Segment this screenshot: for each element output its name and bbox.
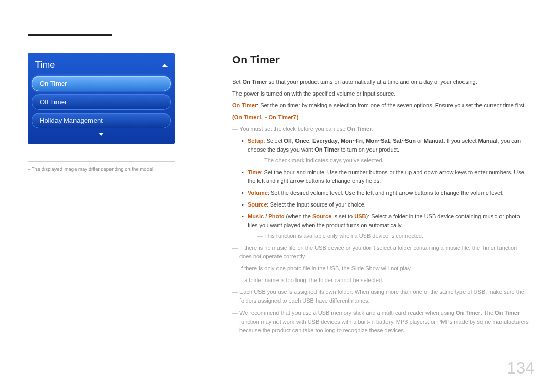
- timer-range-label: (On Timer1 ~ On Timer7): [232, 113, 530, 122]
- image-disclaimer: – The displayed image may differ dependi…: [28, 166, 175, 172]
- bullet-setup: Setup: Select Off, Once, Everyday, Mon~F…: [242, 137, 530, 165]
- menu-title: Time: [35, 60, 55, 70]
- footer-note-3: Each USB you use is assigned its own fol…: [232, 288, 530, 305]
- note-dash: –: [28, 166, 32, 172]
- content-column: On Timer Set On Timer so that your produ…: [232, 51, 530, 338]
- menu-item-label: On Timer: [40, 80, 67, 87]
- footer-note-0: If there is no music file on the USB dev…: [232, 244, 530, 261]
- bullet-time: Time: Set the hour and minute. Use the n…: [242, 168, 530, 185]
- left-column: Time On Timer Off Timer Holiday Manageme…: [28, 53, 175, 172]
- left-divider: [28, 161, 175, 162]
- intro-paragraph-3: On Timer: Set the on timer by making a s…: [232, 101, 530, 110]
- bullet-music-photo: Music / Photo (when the Source is set to…: [242, 212, 530, 240]
- footer-note-1: If there is only one photo file in the U…: [232, 264, 530, 273]
- menu-item-holiday-management[interactable]: Holiday Management: [32, 113, 171, 128]
- usb-note: This function is available only when a U…: [257, 232, 530, 240]
- footer-note-2: If a folder name is too long, the folder…: [232, 276, 530, 285]
- intro-paragraph-1: Set On Timer so that your product turns …: [232, 78, 530, 86]
- note-text: The displayed image may differ depending…: [32, 166, 155, 172]
- menu-title-row: Time: [32, 57, 171, 76]
- clock-note: You must set the clock before you can us…: [232, 125, 530, 134]
- page-number: 134: [507, 359, 534, 378]
- bullet-volume: Volume: Set the desired volume level. Us…: [242, 189, 530, 197]
- scroll-down-icon[interactable]: [99, 133, 104, 136]
- menu-item-label: Off Timer: [40, 98, 67, 106]
- menu-item-label: Holiday Management: [40, 117, 103, 124]
- header-rule: [28, 35, 534, 35]
- bullet-source: Source: Select the input source of your …: [242, 200, 530, 209]
- setup-note: The check mark indicates days you've sel…: [257, 156, 530, 165]
- time-menu-panel: Time On Timer Off Timer Holiday Manageme…: [28, 53, 175, 144]
- intro-paragraph-2: The power is turned on with the specifie…: [232, 89, 530, 98]
- menu-item-on-timer[interactable]: On Timer: [32, 76, 171, 91]
- section-title: On Timer: [232, 51, 530, 68]
- scroll-up-icon[interactable]: [162, 64, 168, 67]
- footer-note-final: We recommend that you use a USB memory s…: [232, 309, 530, 335]
- menu-item-off-timer[interactable]: Off Timer: [32, 94, 171, 110]
- options-list: Setup: Select Off, Once, Everyday, Mon~F…: [232, 137, 530, 240]
